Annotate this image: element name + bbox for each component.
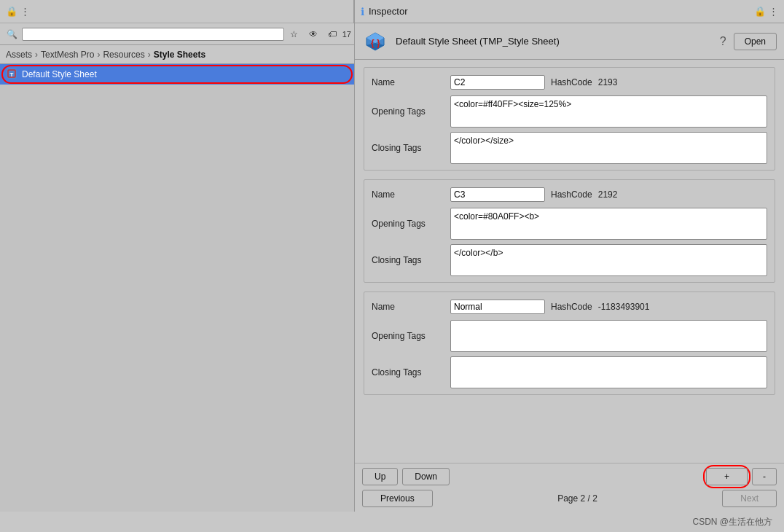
closing-row-1: Closing Tags </color></size>	[372, 132, 767, 164]
opening-tags-text-3	[454, 324, 764, 335]
opening-tags-text-1: <color=#ff40FF><size=125%>	[454, 99, 764, 111]
opening-row-1: Opening Tags <color=#ff40FF><size=125%>	[372, 95, 767, 128]
footer-row-2: Previous Page 2 / 2 Next	[362, 490, 777, 507]
opening-tags-empty-3	[454, 337, 764, 348]
closing-tags-1[interactable]: </color></size>	[450, 132, 767, 164]
closing-tags-text-2: </color></b>	[454, 248, 764, 259]
previous-button[interactable]: Previous	[362, 490, 433, 507]
left-toolbar: 🔍 ☆ 👁 🏷 17	[0, 23, 354, 45]
file-name: Default Style Sheet	[22, 69, 97, 79]
help-button[interactable]: ?	[720, 35, 726, 48]
more-icon-right: ⋮	[769, 6, 778, 17]
closing-tags-text-1: </color></size>	[454, 136, 764, 147]
name-input-2[interactable]	[450, 187, 545, 202]
name-row-1: Name HashCode 2193	[372, 74, 767, 91]
plus-button-wrap: +	[706, 468, 748, 485]
closing-row-3: Closing Tags	[372, 356, 767, 388]
file-list: T Default Style Sheet	[0, 64, 354, 512]
name-row-3: Name HashCode -1183493901	[372, 298, 767, 316]
list-item[interactable]: T Default Style Sheet	[0, 64, 354, 85]
search-input[interactable]	[22, 28, 284, 41]
name-label-3: Name	[372, 302, 444, 312]
breadcrumb: Assets › TextMesh Pro › Resources › Styl…	[0, 45, 354, 64]
opening-tags-1[interactable]: <color=#ff40FF><size=125%>	[450, 95, 767, 128]
closing-tags-empty-3	[454, 373, 764, 385]
breadcrumb-textmeshpro[interactable]: TextMesh Pro	[41, 50, 94, 60]
opening-tags-text-2: <color=#80A0FF><b>	[454, 211, 764, 223]
opening-label-2: Opening Tags	[372, 219, 444, 229]
closing-row-2: Closing Tags </color></b>	[372, 244, 767, 276]
asset-icon: { }	[362, 28, 388, 55]
style-card-1: Name HashCode 2193 Opening Tags <color=#…	[364, 67, 775, 171]
opening-row-3: Opening Tags	[372, 320, 767, 352]
name-row-2: Name HashCode 2192	[372, 186, 767, 203]
closing-tags-empty-2	[454, 261, 764, 273]
more-icon: ⋮	[20, 6, 30, 17]
closing-label-1: Closing Tags	[372, 143, 444, 153]
opening-row-2: Opening Tags <color=#80A0FF><b>	[372, 208, 767, 240]
closing-tags-empty-1	[454, 149, 764, 160]
hashcode-value-3: -1183493901	[598, 302, 650, 312]
closing-tags-text-3	[454, 360, 764, 372]
watermark: CSDN @生活在他方	[0, 512, 784, 532]
inspector-body: Name HashCode 2193 Opening Tags <color=#…	[355, 60, 784, 463]
breadcrumb-resources[interactable]: Resources	[103, 50, 144, 60]
name-input-1[interactable]	[450, 75, 545, 90]
footer-row-1: Up Down + -	[362, 468, 777, 485]
closing-tags-2[interactable]: </color></b>	[450, 244, 767, 276]
lock-icon-right: 🔒	[754, 6, 766, 17]
asset-title: Default Style Sheet (TMP_Style Sheet)	[396, 36, 713, 47]
eye-btn[interactable]: 👁	[305, 26, 322, 42]
file-icon: T	[6, 68, 17, 82]
svg-text:T: T	[10, 71, 14, 78]
opening-tags-empty-2	[454, 224, 764, 236]
file-count: 17	[342, 30, 351, 39]
breadcrumb-assets[interactable]: Assets	[6, 50, 32, 60]
breadcrumb-stylesheets[interactable]: Style Sheets	[154, 50, 205, 60]
search-btn[interactable]: 🔍	[3, 26, 20, 42]
svg-text:{: {	[371, 38, 375, 48]
up-button[interactable]: Up	[362, 468, 398, 485]
inspector-header: { } Default Style Sheet (TMP_Style Sheet…	[355, 23, 784, 60]
closing-label-3: Closing Tags	[372, 367, 444, 378]
name-label-2: Name	[372, 189, 444, 200]
style-card-2: Name HashCode 2192 Opening Tags <color=#…	[364, 179, 775, 283]
hashcode-label-3: HashCode	[551, 302, 592, 312]
name-label-1: Name	[372, 77, 444, 87]
lock-icon: 🔒	[6, 6, 17, 17]
closing-tags-3[interactable]	[450, 356, 767, 388]
open-button[interactable]: Open	[734, 33, 777, 50]
tag-btn[interactable]: 🏷	[324, 26, 341, 42]
opening-tags-3[interactable]	[450, 320, 767, 352]
info-icon: ℹ	[361, 6, 364, 17]
closing-label-2: Closing Tags	[372, 255, 444, 265]
svg-text:}: }	[377, 38, 380, 48]
name-input-3[interactable]	[450, 300, 545, 314]
hashcode-label-2: HashCode	[551, 189, 592, 200]
opening-label-1: Opening Tags	[372, 106, 444, 117]
favorite-btn[interactable]: ☆	[286, 26, 303, 42]
watermark-text: CSDN @生活在他方	[692, 516, 772, 528]
opening-tags-2[interactable]: <color=#80A0FF><b>	[450, 208, 767, 240]
down-button[interactable]: Down	[402, 468, 450, 485]
minus-button[interactable]: -	[752, 468, 777, 485]
opening-tags-empty-1	[454, 112, 764, 124]
hashcode-value-1: 2193	[598, 77, 618, 87]
style-card-3: Name HashCode -1183493901 Opening Tags C…	[364, 292, 775, 395]
next-button[interactable]: Next	[722, 490, 777, 507]
page-info: Page 2 / 2	[437, 493, 718, 504]
inspector-footer: Up Down + - Previous Page 2 / 2 Next	[355, 463, 784, 512]
plus-button[interactable]: +	[706, 468, 748, 485]
hashcode-label-1: HashCode	[551, 77, 592, 87]
opening-label-3: Opening Tags	[372, 331, 444, 341]
inspector-title: Inspector	[369, 6, 407, 17]
hashcode-value-2: 2192	[598, 189, 618, 200]
